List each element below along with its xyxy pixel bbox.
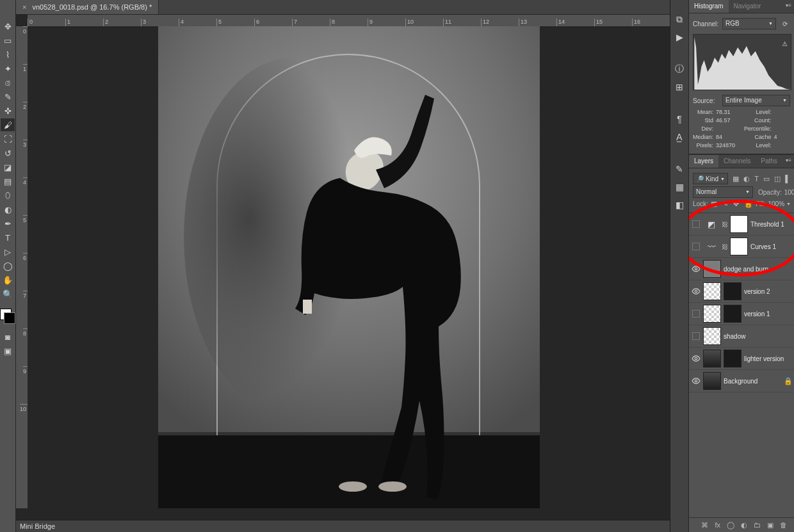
lock-paint-icon[interactable]: ✎ (722, 200, 728, 208)
layer-name[interactable]: Threshold 1 (750, 221, 794, 228)
eraser-tool[interactable]: ◪ (1, 161, 15, 173)
panel-menu-icon[interactable]: ▾≡ (786, 157, 791, 163)
layer-row[interactable]: version 1 (689, 303, 794, 325)
tab-layers[interactable]: Layers (689, 155, 718, 168)
filter-pixel-icon[interactable]: ▦ (733, 175, 739, 183)
refresh-icon[interactable]: ⟳ (780, 19, 790, 29)
pen-tool[interactable]: ✒ (1, 217, 15, 230)
type-tool[interactable]: T (1, 231, 15, 244)
new-layer-icon[interactable]: ▣ (767, 521, 774, 529)
layer-mask-thumb[interactable] (730, 238, 748, 255)
layer-name[interactable]: dodge and burn (724, 266, 794, 273)
hand-tool[interactable]: ✋ (1, 273, 15, 286)
blend-mode-dropdown[interactable]: Normal▼ (693, 186, 753, 198)
cached-warning-icon[interactable]: ⚠ (782, 40, 788, 47)
dock-properties-icon[interactable]: ⊞ (670, 79, 688, 95)
visibility-toggle[interactable] (689, 310, 703, 318)
visibility-toggle[interactable] (689, 376, 703, 385)
fx-icon[interactable]: fx (715, 521, 720, 529)
layer-name[interactable]: Background (724, 378, 782, 385)
layer-name[interactable]: Curves 1 (750, 243, 794, 250)
layer-mask-thumb[interactable] (724, 305, 741, 323)
lasso-tool[interactable]: ⌇ (1, 48, 15, 61)
layer-row[interactable]: shadow (689, 325, 794, 348)
layer-row[interactable]: 〰⛓Curves 1 (689, 236, 794, 258)
eyedropper-tool[interactable]: ✎ (1, 90, 15, 103)
lock-move-icon[interactable]: ✥ (733, 200, 739, 208)
source-dropdown[interactable]: Entire Image▼ (722, 95, 790, 106)
opacity-value[interactable]: 100% (784, 189, 794, 196)
gradient-tool[interactable]: ▤ (1, 175, 15, 188)
layer-thumb[interactable] (703, 350, 721, 367)
filter-smart-icon[interactable]: ◫ (774, 175, 781, 183)
zoom-tool[interactable]: 🔍 (1, 287, 15, 300)
screenmode-toggle[interactable]: ▣ (1, 344, 15, 357)
layer-row[interactable]: version 2 (689, 280, 794, 303)
shape-tool[interactable]: ◯ (1, 259, 15, 272)
crop-tool[interactable]: ⟃ (1, 76, 15, 89)
layer-row[interactable]: lighter version (689, 348, 794, 370)
visibility-toggle[interactable] (689, 243, 703, 250)
lock-all-icon[interactable]: 🔒 (744, 200, 753, 208)
filter-adjust-icon[interactable]: ◐ (743, 175, 750, 183)
channel-dropdown[interactable]: RGB▼ (722, 18, 776, 29)
visibility-toggle[interactable] (689, 332, 703, 340)
panel-menu-icon[interactable]: ▾≡ (786, 3, 791, 8)
layer-row[interactable]: ◩⛓Threshold 1 (689, 213, 794, 236)
fill-value[interactable]: 100% (768, 200, 784, 207)
dock-swatches-icon[interactable]: ▦ (670, 179, 688, 195)
filter-shape-icon[interactable]: ▭ (763, 175, 770, 183)
visibility-toggle[interactable] (689, 287, 703, 296)
layer-mask-thumb[interactable] (724, 350, 741, 367)
mini-bridge-tab[interactable]: Mini Bridge (16, 520, 670, 532)
layer-thumb[interactable] (703, 372, 721, 390)
wand-tool[interactable]: ✦ (1, 62, 15, 75)
lock-trans-icon[interactable]: ▦ (711, 200, 717, 208)
quickmask-toggle[interactable]: ◙ (1, 330, 15, 343)
document-tab[interactable]: × vn0528_0018.psd @ 16.7% (RGB/8) * (16, 0, 159, 14)
group-icon[interactable]: 🗀 (754, 521, 761, 529)
history-brush-tool[interactable]: ↺ (1, 147, 15, 159)
layer-list[interactable]: ◩⛓Threshold 1〰⛓Curves 1dodge and burnver… (689, 213, 794, 517)
layer-mask-thumb[interactable] (724, 282, 741, 300)
dock-styles-icon[interactable]: ◧ (670, 197, 688, 213)
layer-thumb[interactable] (703, 327, 721, 345)
visibility-toggle[interactable] (689, 220, 703, 228)
dock-brush-icon[interactable]: ✎ (670, 161, 688, 177)
adjust-layer-icon[interactable]: ◐ (741, 521, 747, 529)
layer-thumb[interactable] (703, 305, 721, 323)
filter-kind-dropdown[interactable]: 🔎Kind▼ (693, 173, 728, 184)
visibility-toggle[interactable] (689, 354, 703, 363)
layer-name[interactable]: version 1 (744, 310, 794, 318)
brush-tool[interactable]: 🖌 (1, 118, 15, 131)
layer-row[interactable]: Background🔒 (689, 370, 794, 392)
link-layers-icon[interactable]: ⌘ (701, 521, 708, 529)
ruler-vertical[interactable]: 012345678910 (16, 26, 28, 508)
color-swatches[interactable] (0, 309, 15, 324)
visibility-toggle[interactable] (689, 264, 703, 273)
dock-info-icon[interactable]: ⓘ (670, 61, 688, 77)
layer-name[interactable]: lighter version (744, 355, 794, 362)
layer-thumb[interactable] (703, 260, 721, 278)
canvas[interactable] (28, 26, 670, 508)
layer-name[interactable]: version 2 (744, 288, 794, 295)
filter-toggle[interactable]: ▌ (785, 175, 790, 182)
marquee-tool[interactable]: ▭ (1, 34, 15, 47)
dock-actions-icon[interactable]: ▶ (670, 29, 688, 45)
healing-tool[interactable]: ✜ (1, 104, 15, 117)
delete-layer-icon[interactable]: 🗑 (780, 521, 787, 529)
tab-histogram[interactable]: Histogram (689, 0, 729, 13)
tab-navigator[interactable]: Navigator (729, 0, 766, 13)
layer-thumb[interactable] (703, 282, 721, 300)
layer-row[interactable]: dodge and burn (689, 258, 794, 280)
tab-channels[interactable]: Channels (718, 155, 756, 168)
mask-icon[interactable]: ◯ (727, 521, 734, 529)
layer-mask-thumb[interactable] (730, 215, 748, 233)
dodge-tool[interactable]: ◐ (1, 203, 15, 216)
dock-history-icon[interactable]: ⧉ (670, 12, 688, 27)
tab-paths[interactable]: Paths (756, 155, 782, 168)
blur-tool[interactable]: ⬯ (1, 189, 15, 202)
move-tool[interactable]: ✥ (1, 20, 15, 33)
stamp-tool[interactable]: ⛶ (1, 133, 15, 145)
ruler-horizontal[interactable]: 012345678910111213141516 (28, 15, 670, 27)
